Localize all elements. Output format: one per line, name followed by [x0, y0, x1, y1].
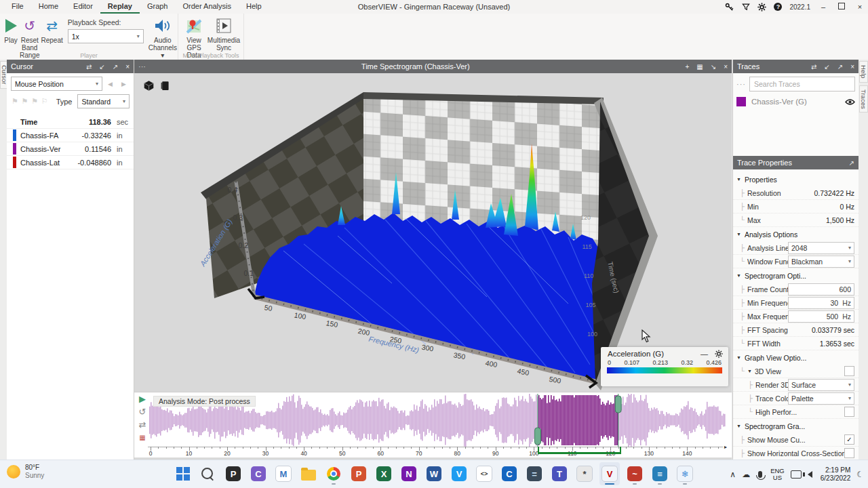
settings-icon[interactable]: *	[574, 462, 595, 485]
cursor-type-select[interactable]: Standard ▾	[77, 94, 130, 108]
loop-icon[interactable]: ⇄	[139, 420, 146, 429]
legend-gear-icon[interactable]	[715, 350, 723, 358]
menu-help[interactable]: Help	[239, 0, 269, 14]
license-key-icon[interactable]	[725, 3, 734, 12]
cursor-mode-select[interactable]: Mouse Position ▾	[11, 77, 102, 91]
powerpoint-icon[interactable]: P	[349, 462, 369, 485]
trace-item-chassis-ver-g[interactable]: Chassis-Ver (G)	[736, 94, 855, 109]
selection-start-handle[interactable]	[534, 428, 540, 445]
layout-icon[interactable]: ▦	[696, 63, 703, 70]
more-options-button[interactable]: ···	[736, 80, 746, 88]
close-panel-icon[interactable]: ×	[724, 63, 728, 70]
onedrive-icon[interactable]: ☁	[742, 470, 750, 479]
display-icon[interactable]	[791, 470, 802, 479]
flag-icon[interactable]: ⚑	[31, 97, 39, 106]
gear-icon[interactable]	[757, 3, 766, 12]
menu-graph[interactable]: Graph	[140, 0, 176, 14]
trace-color-dropdown[interactable]: Palette▾	[788, 392, 854, 405]
color-legend[interactable]: Acceleration (G) — 00.1070.2130.320.426	[601, 347, 728, 386]
snowflake-app-icon[interactable]: ❄	[675, 462, 695, 485]
filter-icon[interactable]	[741, 3, 750, 12]
legend-minimize-icon[interactable]: —	[701, 350, 708, 358]
3d-view-cube-icon[interactable]	[143, 80, 155, 94]
help-side-tab[interactable]: Help	[859, 61, 868, 83]
close-panel-icon[interactable]: ×	[125, 63, 130, 70]
vscode-icon[interactable]: V	[449, 462, 469, 485]
eye-icon[interactable]	[845, 98, 855, 106]
band-tool-icon[interactable]: ▦	[139, 433, 145, 442]
window-function-dropdown[interactable]: Blackman▾	[788, 256, 854, 268]
notes-app-icon[interactable]: ≡	[650, 462, 670, 485]
show-mouse-cu-checkbox[interactable]: ✓	[844, 434, 854, 445]
search-icon[interactable]	[198, 462, 218, 485]
panel-menu-icon[interactable]: ···	[138, 62, 146, 70]
swap-panel-icon[interactable]: ⇄	[811, 63, 816, 70]
section-graph-view-optio[interactable]: ▼Graph View Optio...	[733, 350, 859, 365]
play-button[interactable]: Play	[3, 16, 18, 44]
spectrogram-3d-plot[interactable]: 0.40.30.20.1 501001502002503003504004505…	[134, 73, 732, 392]
chat-app-icon[interactable]: C	[248, 462, 269, 485]
selection-end-handle[interactable]	[615, 396, 621, 413]
show-horizontal-cross-section-checkbox[interactable]	[844, 448, 854, 458]
close-panel-icon[interactable]: ×	[850, 63, 854, 70]
tray-overflow-icon[interactable]: ∧	[730, 470, 736, 479]
swap-panel-icon[interactable]: ⇄	[86, 63, 92, 70]
add-graph-icon[interactable]: +	[685, 63, 689, 70]
next-cursor-button[interactable]: ▶	[118, 77, 130, 91]
repeat-button[interactable]: ⇄ Repeat	[41, 16, 62, 44]
section-spectrogram-gra[interactable]: ▼Spectrogram Gra...	[733, 419, 859, 433]
menu-replay[interactable]: Replay	[100, 0, 140, 14]
dock-icon[interactable]: ↙	[99, 63, 104, 70]
prev-cursor-button[interactable]: ◀	[104, 77, 116, 91]
analysis-lines-dropdown[interactable]: 2048▾	[788, 242, 854, 254]
menu-home[interactable]: Home	[31, 0, 66, 14]
close-button[interactable]: ×	[854, 3, 865, 11]
restore-button[interactable]	[836, 3, 847, 11]
clock[interactable]: 2:19 PM 6/23/2022	[821, 466, 851, 483]
word-icon[interactable]: W	[424, 462, 444, 485]
media-app-icon[interactable]: M	[273, 462, 294, 485]
section-analysis-options[interactable]: ▼Analysis Options	[733, 227, 859, 241]
3d-view-checkbox[interactable]	[844, 366, 854, 376]
chrome-icon[interactable]	[323, 462, 344, 485]
menu-file[interactable]: File	[4, 0, 31, 14]
red-wave-app-icon[interactable]: ~	[625, 462, 645, 485]
reset-view-icon[interactable]: ↺	[139, 407, 146, 416]
float-icon[interactable]: ↗	[837, 63, 843, 70]
menu-editor[interactable]: Editor	[66, 0, 100, 14]
play-selection-icon[interactable]: ▶	[139, 394, 146, 403]
section-properties[interactable]: ▼Properties	[733, 172, 859, 186]
min-frequency-input[interactable]: 30Hz	[788, 297, 854, 309]
help-icon[interactable]: ?	[774, 3, 782, 11]
minimize-button[interactable]: –	[818, 3, 829, 11]
float-icon[interactable]: ↗	[113, 63, 118, 70]
max-frequency-input[interactable]: 500Hz	[788, 310, 854, 323]
code-app-icon[interactable]: <>	[474, 462, 494, 485]
volume-icon[interactable]	[808, 471, 812, 478]
flag-icon[interactable]: ⚑	[21, 97, 29, 106]
file-explorer-icon[interactable]	[298, 462, 319, 485]
dock-icon[interactable]: ↙	[824, 63, 829, 70]
teams-icon[interactable]: T	[549, 462, 570, 485]
language-indicator[interactable]: ENG US	[770, 468, 785, 481]
blue-c-app-icon[interactable]: C	[499, 462, 519, 485]
playback-speed-select[interactable]: 1x ▾	[68, 29, 144, 43]
multimedia-sync-button[interactable]: Multimedia Sync	[208, 16, 240, 52]
high-perfor-checkbox[interactable]	[844, 407, 854, 417]
traces-side-tab[interactable]: Traces	[859, 85, 868, 113]
render-3d-t-dropdown[interactable]: Surface▾	[788, 379, 854, 391]
windows-start-icon[interactable]	[173, 462, 193, 485]
weather-widget[interactable]: 80°F Sunny	[7, 464, 44, 480]
selection-bracket[interactable]	[538, 447, 621, 454]
menu-order-analysis[interactable]: Order Analysis	[175, 0, 239, 14]
night-mode-icon[interactable]: ☾	[856, 470, 864, 479]
excel-icon[interactable]: X	[374, 462, 394, 485]
section-spectrogram-opti[interactable]: ▼Spectrogram Opti...	[733, 268, 859, 283]
calculator-icon[interactable]: =	[524, 462, 545, 485]
photos-app-icon[interactable]: P	[223, 462, 243, 485]
float-icon[interactable]: ↗	[849, 159, 854, 167]
flag-icon[interactable]: ⚑	[11, 97, 19, 106]
onenote-icon[interactable]: N	[399, 462, 419, 485]
flag-icon[interactable]: ⚐	[41, 97, 49, 106]
microphone-icon[interactable]	[758, 471, 762, 478]
